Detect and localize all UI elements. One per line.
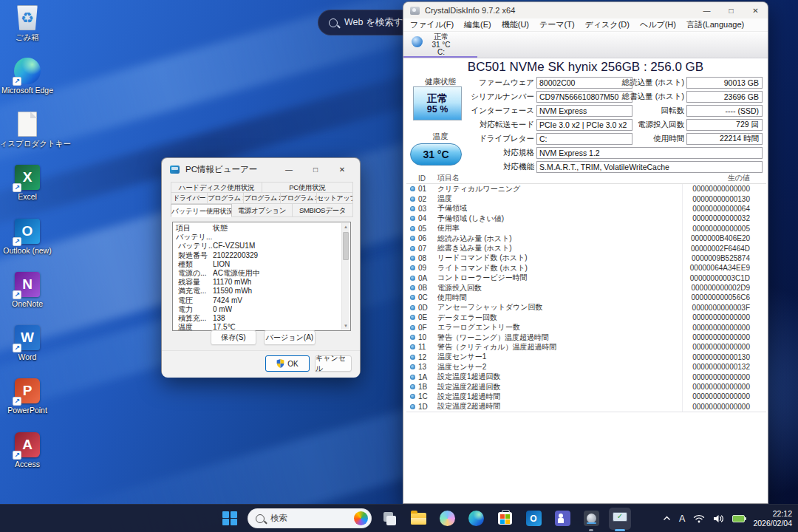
cdi-minimize-button[interactable]: —	[695, 2, 719, 18]
cdi-maximize-button[interactable]: □	[719, 2, 743, 18]
start-button[interactable]	[219, 508, 241, 530]
smart-row[interactable]: 1D 設定温度2超過時間 00000000000000	[406, 402, 766, 412]
smart-row[interactable]: 0B 電源投入回数 000000000002D9	[406, 283, 766, 293]
smart-row[interactable]: 1A 設定温度1超過回数 00000000000000	[406, 372, 766, 381]
desktop-icon-office-product-key[interactable]: オフィスプロダクトキー	[1, 110, 54, 162]
pcv-tab[interactable]: プログラム 2	[243, 193, 280, 204]
scroll-down-icon[interactable]: ▼	[342, 323, 349, 329]
cdi-close-button[interactable]: ✕	[743, 2, 768, 18]
menu-item[interactable]: 編集(E)	[459, 19, 497, 30]
battery-icon[interactable]	[732, 515, 745, 522]
file-explorer-button[interactable]	[407, 508, 429, 530]
menu-item[interactable]: 言語(Language)	[681, 19, 749, 30]
info-value-field[interactable]: NVM Express 1.2	[536, 147, 763, 159]
menu-item[interactable]: ヘルプ(H)	[635, 19, 681, 30]
scroll-up-icon[interactable]: ▲	[342, 224, 349, 230]
drive-tab[interactable]: 正常 31 °C C:	[418, 33, 464, 57]
pcv-tab[interactable]: セットアップ	[316, 193, 353, 204]
edge-button[interactable]	[465, 508, 487, 530]
desktop-icon-recycle-bin[interactable]: ♻ ごみ箱	[1, 4, 54, 55]
desktop-icon-excel[interactable]: X ↗ Excel	[1, 163, 54, 215]
pcv-tab[interactable]: プログラム 1	[207, 193, 244, 204]
task-view-button[interactable]	[378, 508, 400, 530]
pcv-tab[interactable]: 電源オプション	[231, 204, 293, 217]
battery-row[interactable]: 積算充... 138	[176, 314, 340, 323]
scrollbar-thumb[interactable]	[343, 232, 349, 260]
battery-row[interactable]: バッテリ... CF-VZSU1M	[176, 242, 340, 250]
smart-row[interactable]: 0F エラーログエントリー数 00000000000000	[406, 322, 766, 332]
desktop-icon-access[interactable]: A ↗ Access	[1, 431, 54, 482]
smart-row[interactable]: 05 使用率 00000000000005	[406, 224, 766, 233]
desktop-icon-word[interactable]: W ↗ Word	[1, 324, 54, 375]
wifi-icon[interactable]	[693, 514, 705, 523]
battery-row[interactable]: 残容量 11170 mWh	[176, 278, 340, 287]
info-value-field[interactable]: 23696 GB	[686, 91, 763, 103]
menu-item[interactable]: ファイル(F)	[405, 19, 459, 30]
info-value-field[interactable]: ---- (SSD)	[686, 105, 763, 117]
pcv-maximize-button[interactable]: □	[302, 160, 329, 179]
pcv-tab[interactable]: ハードディスク使用状況	[171, 182, 262, 193]
battery-row[interactable]: バッテリ...	[176, 233, 340, 242]
pcv-close-button[interactable]: ✕	[329, 160, 355, 179]
cdi-title-bar[interactable]: CrystalDiskInfo 9.7.2 x64 — □ ✕	[403, 2, 768, 18]
pcv-tab[interactable]: プログラム 3	[280, 193, 317, 204]
store-button[interactable]	[494, 508, 516, 530]
smart-row[interactable]: 13 温度センサー2 00000000000132	[406, 362, 766, 372]
outlook-button[interactable]: O	[522, 508, 545, 530]
battery-row[interactable]: 製造番号 21022200329	[176, 251, 340, 260]
smart-row[interactable]: 09 ライトコマンド数 (ホスト) 00000064A34EE9	[406, 263, 766, 273]
crystaldiskinfo-taskbar-button[interactable]	[580, 508, 602, 530]
save-button[interactable]: 保存(S)	[211, 330, 256, 345]
smart-row[interactable]: 12 温度センサー1 00000000000130	[406, 352, 766, 362]
smart-row[interactable]: 07 総書き込み量 (ホスト) 00000002F6464D	[406, 243, 766, 253]
smart-row[interactable]: 0C 使用時間 000000000056C6	[406, 293, 766, 302]
info-value-field[interactable]: 22214 時間	[686, 133, 763, 145]
cancel-button[interactable]: キャンセル	[315, 355, 352, 372]
battery-row[interactable]: 電圧 7424 mV	[176, 296, 340, 305]
pcv-tab[interactable]: ドライバー	[171, 193, 208, 204]
smart-row[interactable]: 1B 設定温度2超過回数 00000000000000	[406, 382, 766, 392]
smart-row[interactable]: 06 総読み込み量 (ホスト) 0000000B406E20	[406, 233, 766, 243]
smart-row[interactable]: 0E データエラー回数 00000000000000	[406, 313, 766, 322]
menu-item[interactable]: ディスク(D)	[580, 19, 635, 30]
smart-row[interactable]: 02 温度 00000000000130	[406, 194, 766, 203]
temperature-button[interactable]: 31 °C	[410, 143, 462, 166]
smart-row[interactable]: 01 クリティカルワーニング 00000000000000	[406, 184, 766, 194]
info-value-field[interactable]: S.M.A.R.T., TRIM, VolatileWriteCache	[536, 161, 763, 173]
battery-row[interactable]: 電力 0 mW	[176, 305, 340, 314]
teams-button[interactable]	[551, 508, 573, 530]
battery-row[interactable]: 満充電... 11590 mWh	[176, 287, 340, 296]
pc-info-viewer-taskbar-button[interactable]: ✓	[609, 508, 631, 530]
desktop-icon-edge[interactable]: ↗ Microsoft Edge	[1, 57, 54, 109]
taskbar-search-box[interactable]: 検索	[248, 508, 372, 528]
taskbar-clock[interactable]: 22:12 2026/02/04	[753, 509, 792, 528]
battery-row[interactable]: 電源の... AC電源使用中	[176, 269, 340, 278]
desktop-icon-onenote[interactable]: N ↗ OneNote	[1, 270, 54, 322]
health-status-button[interactable]: 正常 95 %	[413, 86, 462, 120]
info-value-field[interactable]: 729 回	[686, 119, 763, 131]
smart-row[interactable]: 11 警告（クリティカル）温度超過時間 00000000000000	[406, 342, 766, 352]
ok-button[interactable]: OK	[265, 355, 310, 372]
pcv-tab[interactable]: PC使用状況	[262, 182, 353, 193]
smart-row[interactable]: 10 警告（ワーニング）温度超過時間 00000000000000	[406, 332, 766, 342]
smart-row[interactable]: 08 リードコマンド数 (ホスト) 0000009B525874	[406, 253, 766, 263]
smart-row[interactable]: 04 予備領域 (しきい値) 00000000000032	[406, 214, 766, 223]
pcv-tab[interactable]: SMBIOSデータ	[292, 204, 353, 217]
pcv-title-bar[interactable]: PC情報ビューアー — □ ✕	[162, 158, 360, 180]
info-value-field[interactable]: 90013 GB	[686, 77, 763, 89]
smart-row[interactable]: 03 予備領域 00000000000064	[406, 204, 766, 214]
menu-item[interactable]: 機能(U)	[497, 19, 534, 30]
copilot-button[interactable]	[436, 508, 458, 530]
volume-icon[interactable]	[713, 514, 724, 523]
battery-row[interactable]: 種類 LION	[176, 260, 340, 269]
desktop-icon-outlook[interactable]: O ↗ Outlook (new)	[1, 217, 54, 269]
smart-row[interactable]: 0A コントローラービジー時間 00000000003C1D	[406, 273, 766, 283]
battery-list-scrollbar[interactable]: ▲ ▼	[341, 223, 349, 330]
pcv-tab[interactable]: バッテリー使用状況	[171, 204, 232, 217]
version-button[interactable]: バージョン(A)	[264, 330, 316, 345]
battery-row[interactable]: 温度 17.5℃	[176, 323, 340, 331]
tray-chevron-up-icon[interactable]	[663, 516, 671, 521]
ime-indicator[interactable]: A	[679, 514, 685, 524]
pcv-minimize-button[interactable]: —	[276, 160, 302, 179]
desktop-icon-powerpoint[interactable]: P ↗ PowerPoint	[1, 377, 54, 429]
